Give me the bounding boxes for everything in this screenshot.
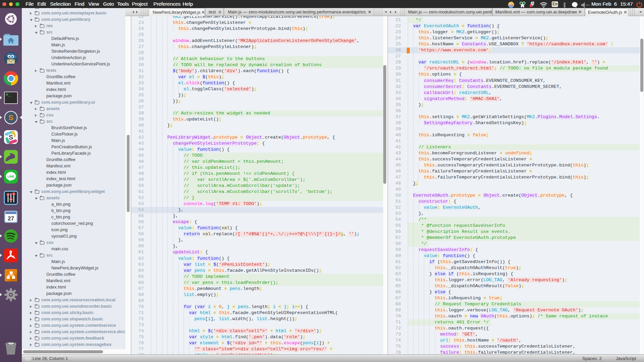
svg-text:27: 27 xyxy=(8,215,14,222)
svg-text:FR: FR xyxy=(7,212,9,214)
svg-text:S: S xyxy=(9,134,13,141)
svg-text:LINE: LINE xyxy=(7,175,14,178)
svg-text:S: S xyxy=(8,113,13,122)
